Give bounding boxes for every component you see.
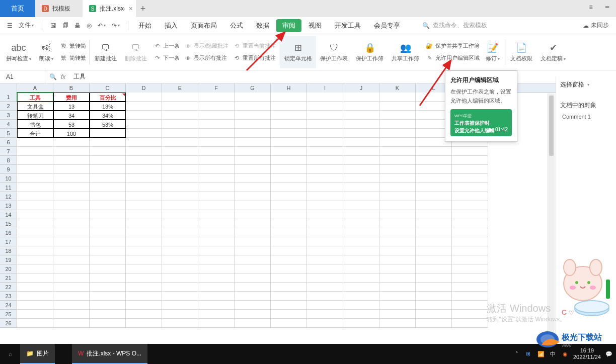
- cell-L10[interactable]: [416, 174, 452, 183]
- cell-I25[interactable]: [307, 310, 343, 319]
- row-header-18[interactable]: 18: [0, 246, 17, 255]
- cell-L18[interactable]: [416, 246, 452, 255]
- cell-H20[interactable]: [271, 264, 307, 274]
- cell-J16[interactable]: [343, 228, 379, 237]
- row-header-23[interactable]: 23: [0, 292, 17, 301]
- cell-B4[interactable]: 53: [53, 120, 90, 129]
- cell-M23[interactable]: [452, 292, 488, 301]
- cell-F17[interactable]: [198, 237, 235, 246]
- cell-A26[interactable]: [17, 319, 53, 328]
- cell-A6[interactable]: [17, 138, 53, 147]
- cell-H23[interactable]: [271, 292, 307, 301]
- cell-D21[interactable]: [126, 274, 162, 283]
- cell-F20[interactable]: [198, 264, 235, 274]
- cell-L21[interactable]: [416, 274, 452, 283]
- cell-B6[interactable]: [53, 138, 90, 147]
- cell-D23[interactable]: [126, 292, 162, 301]
- cell-C26[interactable]: [90, 319, 126, 328]
- cell-M14[interactable]: [452, 210, 488, 219]
- cell-K8[interactable]: [379, 156, 416, 165]
- cell-I6[interactable]: [307, 138, 343, 147]
- cell-A17[interactable]: [17, 237, 53, 246]
- col-header-J[interactable]: J: [343, 83, 379, 93]
- menu-view[interactable]: 视图: [302, 19, 328, 32]
- cell-F5[interactable]: [198, 129, 235, 138]
- cell-L9[interactable]: [416, 165, 452, 174]
- row-header-4[interactable]: 4: [0, 120, 17, 129]
- cell-M9[interactable]: [452, 165, 488, 174]
- cell-C11[interactable]: [90, 183, 126, 192]
- cell-H9[interactable]: [271, 165, 307, 174]
- tooltip-video-card[interactable]: WPS学堂 工作表被保护时 设置允许他人编辑 ▶01:42: [450, 109, 512, 136]
- cell-D14[interactable]: [126, 210, 162, 219]
- redo-icon[interactable]: ↷▾: [111, 21, 121, 30]
- taskbar-wps[interactable]: W 批注.xlsx - WPS O...: [72, 344, 147, 364]
- row-header-24[interactable]: 24: [0, 301, 17, 310]
- cell-I9[interactable]: [307, 165, 343, 174]
- cell-C10[interactable]: [90, 174, 126, 183]
- cell-I12[interactable]: [307, 192, 343, 201]
- cell-D5[interactable]: [126, 129, 162, 138]
- cell-C20[interactable]: [90, 264, 126, 274]
- cell-D3[interactable]: [126, 111, 162, 120]
- cell-K10[interactable]: [379, 174, 416, 183]
- cell-E26[interactable]: [162, 319, 198, 328]
- cell-F2[interactable]: [198, 102, 235, 111]
- row-header-17[interactable]: 17: [0, 237, 17, 246]
- cell-I17[interactable]: [307, 237, 343, 246]
- cell-I13[interactable]: [307, 201, 343, 210]
- cell-A22[interactable]: [17, 283, 53, 292]
- cell-F21[interactable]: [198, 274, 235, 283]
- cell-F23[interactable]: [198, 292, 235, 301]
- tray-chevron-icon[interactable]: ˄: [513, 350, 521, 358]
- cell-B26[interactable]: [53, 319, 90, 328]
- cell-I10[interactable]: [307, 174, 343, 183]
- cell-F7[interactable]: [198, 147, 235, 156]
- cell-E11[interactable]: [162, 183, 198, 192]
- col-header-C[interactable]: C: [90, 83, 126, 93]
- cell-G15[interactable]: [235, 219, 271, 228]
- cell-C6[interactable]: [90, 138, 126, 147]
- cell-F13[interactable]: [198, 201, 235, 210]
- cell-F18[interactable]: [198, 246, 235, 255]
- cell-B20[interactable]: [53, 264, 90, 274]
- taskbar-search[interactable]: ⌕: [0, 344, 20, 364]
- cell-J23[interactable]: [343, 292, 379, 301]
- cell-J24[interactable]: [343, 301, 379, 310]
- cell-E17[interactable]: [162, 237, 198, 246]
- cell-A8[interactable]: [17, 156, 53, 165]
- cell-H10[interactable]: [271, 174, 307, 183]
- cell-K16[interactable]: [379, 228, 416, 237]
- cell-K23[interactable]: [379, 292, 416, 301]
- cell-D11[interactable]: [126, 183, 162, 192]
- cell-M17[interactable]: [452, 237, 488, 246]
- tab-window-icon[interactable]: ▭: [119, 5, 125, 12]
- row-header-16[interactable]: 16: [0, 228, 17, 237]
- cell-C15[interactable]: [90, 219, 126, 228]
- reset-all-button[interactable]: ⟲重置所有批注: [230, 53, 278, 63]
- cell-D26[interactable]: [126, 319, 162, 328]
- cell-L8[interactable]: [416, 156, 452, 165]
- show-all-comments-button[interactable]: 👁显示所有批注: [182, 53, 230, 63]
- delete-comment-button[interactable]: 🗨 删除批注: [121, 36, 151, 68]
- cell-J15[interactable]: [343, 219, 379, 228]
- cell-G13[interactable]: [235, 201, 271, 210]
- cell-C12[interactable]: [90, 192, 126, 201]
- cell-G16[interactable]: [235, 228, 271, 237]
- cell-C23[interactable]: [90, 292, 126, 301]
- tab-find-template[interactable]: D 找模板: [35, 0, 83, 17]
- cell-M18[interactable]: [452, 246, 488, 255]
- cell-A13[interactable]: [17, 201, 53, 210]
- cell-H22[interactable]: [271, 283, 307, 292]
- cell-J26[interactable]: [343, 319, 379, 328]
- name-box[interactable]: A1: [0, 70, 45, 83]
- cell-I7[interactable]: [307, 147, 343, 156]
- cell-J4[interactable]: [343, 120, 379, 129]
- tray-ime-icon[interactable]: 中: [549, 350, 557, 358]
- cell-I3[interactable]: [307, 111, 343, 120]
- cell-M21[interactable]: [452, 274, 488, 283]
- cell-H8[interactable]: [271, 156, 307, 165]
- cell-J12[interactable]: [343, 192, 379, 201]
- cell-D25[interactable]: [126, 310, 162, 319]
- cell-K20[interactable]: [379, 264, 416, 274]
